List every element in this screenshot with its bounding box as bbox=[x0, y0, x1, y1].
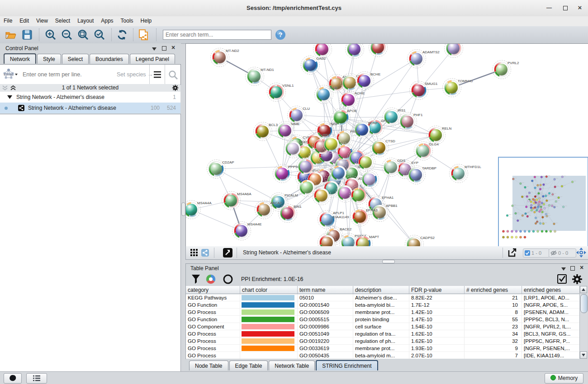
protein-node-cd2ap[interactable]: CD2AP bbox=[207, 159, 226, 178]
table-cell[interactable] bbox=[240, 301, 298, 309]
table-cell[interactable]: 1.42E-10 bbox=[409, 309, 465, 316]
protein-node-pvrl2[interactable]: PVRL2 bbox=[492, 60, 511, 79]
zoom-in-icon[interactable] bbox=[44, 28, 57, 41]
protein-node[interactable] bbox=[312, 186, 331, 205]
table-cell[interactable]: GO Process bbox=[186, 309, 240, 316]
table-cell[interactable]: beta-amyloid bi... bbox=[353, 301, 409, 309]
table-cell[interactable]: GO Function bbox=[186, 301, 240, 309]
table-cell[interactable]: GO Process bbox=[186, 345, 240, 352]
node-view-button[interactable] bbox=[4, 373, 22, 384]
table-cell[interactable]: regulation of ph... bbox=[353, 337, 409, 345]
zoom-out-icon[interactable] bbox=[61, 28, 73, 41]
protein-node-adamts2[interactable]: ADAMTS2 bbox=[407, 49, 426, 68]
memory-button[interactable]: Memory bbox=[545, 373, 583, 384]
protein-node-abca7[interactable]: ABCA7 bbox=[255, 200, 274, 219]
column-header-chart-color[interactable]: chart color bbox=[240, 286, 298, 294]
protein-node-smug1[interactable]: SMUG1 bbox=[409, 81, 428, 100]
export-network-icon[interactable] bbox=[507, 248, 517, 258]
scroll-up-button[interactable] bbox=[580, 286, 587, 293]
protein-node-bcl3[interactable]: BCL3 bbox=[253, 122, 272, 141]
protein-node[interactable] bbox=[356, 153, 375, 172]
save-session-icon[interactable] bbox=[21, 28, 33, 41]
column-header-FDR-p-value[interactable]: FDR p-value bbox=[409, 286, 465, 294]
protein-node[interactable] bbox=[360, 170, 379, 189]
table-cell[interactable] bbox=[240, 323, 298, 330]
network-canvas[interactable]: MT-ND2 MT-ND1 VSNL1 GAB2 ADAMTS2 PVRL2 T… bbox=[185, 43, 588, 247]
table-cell[interactable]: GO:0005515 bbox=[298, 316, 353, 323]
zoom-selected-icon[interactable] bbox=[93, 28, 106, 41]
table-cell[interactable] bbox=[240, 345, 298, 352]
table-cell[interactable]: GO:0050435 bbox=[298, 352, 353, 359]
protein-node-ms4a4a[interactable]: MS4A4A bbox=[185, 200, 201, 219]
table-cell[interactable] bbox=[240, 337, 298, 345]
table-cell[interactable]: 1.62E-10 bbox=[409, 330, 465, 337]
table-cell[interactable]: 32 bbox=[465, 337, 522, 345]
set-species-hint[interactable]: Set species → bbox=[117, 71, 153, 78]
close-button[interactable]: × bbox=[576, 5, 583, 12]
table-cell[interactable]: [PPP5C, BCL3, N... bbox=[522, 316, 580, 323]
table-cell[interactable]: 8 bbox=[465, 309, 522, 316]
table-cell[interactable]: 1.93E-10 bbox=[409, 345, 465, 352]
table-cell[interactable]: 55 bbox=[465, 316, 522, 323]
table-cell[interactable]: 2.07E-10 bbox=[409, 352, 465, 359]
table-cell[interactable]: GO:0006509 bbox=[298, 309, 353, 316]
table-cell[interactable]: [PSENEN, ADAM... bbox=[522, 309, 580, 316]
table-float-icon[interactable] bbox=[560, 266, 567, 272]
string-logo-icon[interactable]: STRING bbox=[3, 68, 18, 81]
table-cell[interactable]: 1.54E-10 bbox=[409, 323, 465, 330]
protein-node-il1b[interactable]: IL1B bbox=[314, 85, 333, 104]
menu-help[interactable]: Help bbox=[137, 16, 156, 24]
table-cell[interactable]: GO:0001540 bbox=[298, 301, 353, 309]
table-cell[interactable]: membrane prot... bbox=[353, 345, 409, 352]
table-cell[interactable]: 34 bbox=[465, 330, 522, 337]
table-cell[interactable]: GO Function bbox=[186, 316, 240, 323]
column-header---enriched-genes[interactable]: # enriched genes bbox=[465, 286, 522, 294]
table-cell[interactable]: regulation of tra... bbox=[353, 330, 409, 337]
column-header-enriched-genes[interactable]: enriched genes bbox=[522, 286, 580, 294]
table-cell[interactable]: GO Process bbox=[186, 352, 240, 359]
protein-node-mt-nd2[interactable]: MT-ND2 bbox=[210, 48, 229, 67]
table-cell[interactable]: KEGG Pathways bbox=[186, 294, 240, 301]
protein-node-ms4a6a[interactable]: MS4A6A bbox=[222, 191, 241, 210]
select-columns-icon[interactable] bbox=[557, 274, 567, 284]
table-cell[interactable] bbox=[240, 309, 298, 316]
minimize-button[interactable]: — bbox=[545, 5, 553, 12]
scroll-thumb[interactable] bbox=[580, 294, 588, 313]
panel-splitter-grip[interactable] bbox=[181, 202, 185, 216]
scroll-down-button[interactable] bbox=[580, 351, 587, 359]
network-options-gear-icon[interactable] bbox=[172, 84, 179, 91]
table-cell[interactable]: [IDE, KIAA1149... bbox=[522, 352, 580, 359]
table-close-icon[interactable]: × bbox=[579, 265, 585, 271]
column-header-term-name[interactable]: term name bbox=[298, 286, 353, 294]
tab-select[interactable]: Select bbox=[62, 54, 89, 64]
protein-node-bche[interactable]: BCHE bbox=[355, 71, 374, 90]
protein-node[interactable] bbox=[369, 43, 388, 57]
protein-node-cadps2[interactable]: CADPS2 bbox=[405, 235, 424, 247]
protein-node-vsnl1[interactable]: VSNL1 bbox=[267, 83, 286, 102]
protein-node[interactable] bbox=[313, 43, 332, 59]
table-settings-gear-icon[interactable] bbox=[572, 274, 582, 284]
help-icon[interactable]: ? bbox=[275, 29, 286, 40]
float-panel-icon[interactable] bbox=[151, 46, 157, 52]
task-list-button[interactable] bbox=[26, 373, 47, 384]
protein-node-phf1[interactable]: PHF1 bbox=[398, 112, 417, 131]
protein-node[interactable] bbox=[444, 43, 463, 58]
table-cell[interactable]: 05010 bbox=[298, 294, 353, 301]
filter-funnel-icon[interactable] bbox=[191, 274, 200, 284]
protein-node-psenen[interactable]: PSENEN bbox=[284, 139, 303, 158]
table-cell[interactable]: cell surface bbox=[353, 323, 409, 330]
menu-edit[interactable]: Edit bbox=[16, 16, 33, 24]
share-view-icon[interactable] bbox=[201, 249, 209, 257]
table-cell[interactable]: 8.82E-22 bbox=[409, 294, 465, 301]
protein-node-apbb1[interactable]: APBB1 bbox=[370, 203, 389, 222]
protein-node-gdi1[interactable]: GDI1 bbox=[382, 158, 401, 177]
table-cell[interactable] bbox=[240, 316, 298, 323]
table-vertical-scrollbar[interactable] bbox=[579, 286, 588, 359]
tab-network[interactable]: Network bbox=[4, 53, 36, 64]
menu-view[interactable]: View bbox=[33, 16, 52, 24]
table-cell[interactable] bbox=[240, 294, 298, 301]
table-cell[interactable]: 1.62E-10 bbox=[409, 337, 465, 345]
network-navigator[interactable] bbox=[498, 157, 588, 247]
protein-node-dlg4[interactable]: DLG4 bbox=[414, 141, 433, 160]
table-cell[interactable]: 9 bbox=[465, 345, 522, 352]
